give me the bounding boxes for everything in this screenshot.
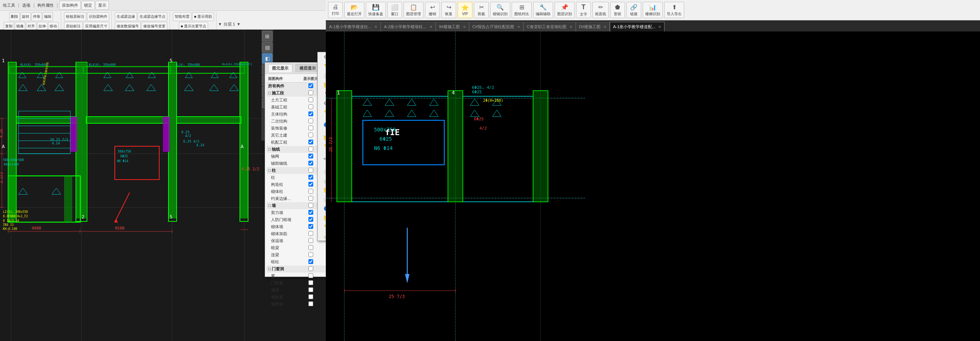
menu-coord[interactable]: 📍 坐标批注	[318, 89, 326, 99]
menu-side-area[interactable]: 📐 计算侧面积	[318, 185, 326, 194]
identify-beam-btn[interactable]: 识别梁构件	[87, 12, 109, 21]
tab-6-close[interactable]: ✕	[603, 25, 606, 29]
right-canvas[interactable]: 500x750 6Φ25 N6 Φ14 6Φ25 6Φ25, 4/2 fIE 2…	[326, 32, 980, 341]
chk-col2[interactable]	[309, 175, 313, 180]
recent-btn[interactable]: 📂 最近打开	[344, 2, 364, 18]
menu-circle[interactable]: 🔵 测量圆形	[318, 204, 326, 213]
layer-identify-btn[interactable]: 📌 图层识别	[555, 2, 574, 18]
chk-auxaxis[interactable]	[309, 161, 313, 166]
chk-constcol[interactable]	[309, 182, 313, 186]
gen-beam-edge-btn[interactable]: 生成梁边缘	[115, 12, 137, 21]
vip-btn[interactable]: ⭐ VIP	[458, 2, 473, 18]
chk-coupbeam[interactable]	[309, 252, 313, 257]
stair-identify-btn[interactable]: 📊 楼梯识别	[643, 2, 663, 18]
chk-mep[interactable]	[309, 140, 313, 144]
chk-wallopening[interactable]	[309, 287, 313, 292]
mirror-identify-btn[interactable]: 🔍 锁镜识别	[490, 2, 510, 18]
show-btn[interactable]: 显示	[95, 1, 109, 10]
menu-radius2[interactable]: 📐 半径	[318, 213, 326, 222]
change-seg-btn[interactable]: 修改编号变更	[142, 22, 167, 31]
chk-foundation[interactable]	[309, 104, 313, 109]
chk-axisnet[interactable]	[309, 154, 313, 158]
chk-wallhole[interactable]	[309, 301, 313, 306]
rotate-btn[interactable]: 旋转	[21, 12, 31, 21]
shape-btn[interactable]: ⬟ 形状	[610, 2, 625, 18]
draw-line-btn[interactable]: ✏ 画直线	[592, 2, 609, 18]
menu-modanno[interactable]: ✏ 修改单个标注圆性	[318, 151, 326, 167]
move-btn[interactable]: 移动	[48, 22, 59, 31]
tab-2[interactable]: A-2座小学教学楼墙柱... ✕	[380, 22, 435, 32]
menu-fill-area[interactable]: 📊 测量填充面积	[318, 176, 326, 185]
menu-area-offset[interactable]: ⬜ 面积偏移	[318, 194, 326, 204]
tab-7-close[interactable]: ✕	[658, 25, 661, 29]
lock-btn[interactable]: 锁定	[81, 1, 95, 10]
chk-construction-show[interactable]	[309, 90, 313, 95]
chk-structure[interactable]	[309, 112, 313, 116]
stretch-btn[interactable]: 拉伸	[37, 22, 48, 31]
chk-col[interactable]	[309, 168, 313, 172]
menu-angle[interactable]: 📏 测量角度	[318, 222, 326, 231]
chk-masonwall[interactable]	[309, 224, 313, 229]
chk-doorwin2[interactable]	[309, 280, 313, 285]
popup-tab-elements[interactable]: 图元显示	[268, 64, 293, 72]
gen-beam-btn[interactable]: 生成梁边缘节点	[138, 12, 167, 21]
chk-hiddencol[interactable]	[309, 259, 313, 264]
modify-data-btn[interactable]: 修改数据编号	[115, 22, 141, 31]
chk-hiddenbeam[interactable]	[309, 245, 313, 250]
sec-identify-btn[interactable]: ■ 显示次要节点	[179, 22, 208, 31]
menu-area[interactable]: ⬜ 面积	[318, 71, 326, 80]
backup-btn[interactable]: 💾 快速备盘	[366, 2, 386, 18]
compare-btn[interactable]: ⊞ 图纸对比	[512, 2, 531, 18]
edit-btn[interactable]: 编辑	[43, 12, 53, 21]
import-export-btn[interactable]: ⬆ 导入导出	[664, 2, 684, 18]
chk-insulation[interactable]	[309, 238, 313, 243]
tab-1-close[interactable]: ✕	[374, 25, 377, 29]
menu-chord[interactable]: 📏 弦长	[318, 108, 326, 117]
edit-assist-btn[interactable]: 🔧 编辑辅助	[533, 2, 553, 18]
redo-btn[interactable]: ↪ 恢复	[441, 2, 456, 18]
chk-wallchange[interactable]	[309, 294, 313, 299]
tool-btn-2[interactable]: ▤	[262, 42, 272, 53]
tab-6[interactable]: D#楼施工图 ✕	[576, 22, 610, 32]
menu-stats[interactable]: 📊 测量统计	[318, 231, 326, 241]
chk-shearwall[interactable]	[309, 210, 313, 215]
chk-all-show[interactable]	[309, 83, 313, 88]
chk-airdefwall[interactable]	[309, 217, 313, 222]
tab-7[interactable]: A-1座小学教学楼道配... ✕	[610, 22, 665, 32]
menu-radius[interactable]: 📏 半径性	[318, 61, 326, 71]
smart-layout-btn[interactable]: 智能布置	[173, 12, 191, 21]
chk-wall[interactable]	[309, 203, 313, 208]
verify-original-btn[interactable]: 校核原标注	[64, 12, 86, 21]
menu-seglen[interactable]: 📏 查看分段长度	[318, 142, 326, 151]
print-btn[interactable]: 🖨 打印	[328, 2, 343, 18]
menu-area-v[interactable]: ⬜ 面积(含竖线)	[318, 167, 326, 176]
chk-window[interactable]	[309, 273, 313, 278]
chk-secondary[interactable]	[309, 118, 313, 123]
tool-btn-1[interactable]: ⊞	[262, 31, 272, 41]
delete-btn[interactable]: 删除	[9, 12, 20, 21]
tab-4[interactable]: C#报告占厅墙柱配筋图 ✕	[469, 22, 523, 32]
undo-btn[interactable]: ↩ 撤销	[425, 2, 440, 18]
text-btn[interactable]: T 文字	[576, 2, 591, 18]
copy-btn[interactable]: 复制	[4, 22, 14, 31]
menu-rect-area[interactable]: 📐 矩形面积	[318, 80, 326, 89]
layer-dropdown[interactable]: ▼	[237, 22, 241, 26]
display-btn[interactable]: ■ 显示用筋	[192, 12, 214, 21]
chk-masonrib[interactable]	[309, 231, 313, 236]
menu-ptline[interactable]: 🔵 点到直线组的距离	[318, 117, 326, 132]
layer-mgr-btn[interactable]: 📋 图层管理	[404, 2, 423, 18]
chk-decoration[interactable]	[309, 126, 313, 130]
link-btn[interactable]: 🔗 链接	[627, 2, 641, 18]
original-label-btn[interactable]: 原始标注	[64, 22, 83, 31]
window-btn[interactable]: ⬜ 窗口	[387, 2, 402, 18]
menu-scale[interactable]: ⚙ 设置标注比例	[318, 99, 326, 108]
chk-doorwin[interactable]	[309, 266, 313, 271]
align-btn[interactable]: 对齐	[26, 22, 36, 31]
chk-earthwork[interactable]	[309, 97, 313, 102]
left-canvas[interactable]: A A 1 2 5 5 4900 9500 4.25 2.2/2	[0, 30, 326, 341]
tab-1[interactable]: A-1座小学教学楼道柱... ✕	[326, 22, 380, 32]
tab-4-close[interactable]: ✕	[517, 25, 520, 29]
popup-tab-floors[interactable]: 楼层显示	[296, 64, 320, 72]
tab-3-close[interactable]: ✕	[463, 25, 466, 29]
tab-2-close[interactable]: ✕	[430, 25, 433, 29]
